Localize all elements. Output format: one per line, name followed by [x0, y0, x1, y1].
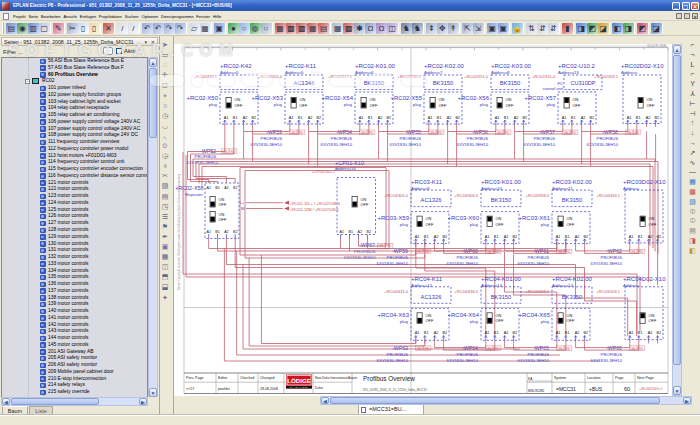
svg-text:B1: B1	[424, 235, 429, 239]
svg-text:Prev. Page: Prev. Page	[186, 376, 204, 380]
svg-text:A2: A2	[504, 331, 509, 335]
svg-text:A2: A2	[648, 331, 653, 335]
svg-text:6XV1830-3EH10: 6XV1830-3EH10	[447, 261, 479, 266]
svg-text:B2: B2	[251, 116, 256, 120]
svg-text:ON: ON	[426, 216, 432, 221]
svg-text:A1: A1	[206, 230, 210, 234]
svg-text:+RC02-K42: +RC02-K42	[220, 63, 252, 69]
svg-text:PROFIBUS: PROFIBUS	[457, 352, 479, 357]
svg-text:plug: plug	[547, 102, 556, 107]
svg-text:PROFIBUS: PROFIBUS	[457, 255, 479, 260]
svg-text:B2: B2	[442, 331, 447, 335]
svg-text:+RC04-X65: +RC04-X65	[518, 312, 550, 318]
svg-text:RD: RD	[369, 131, 374, 135]
svg-text:BK3150: BK3150	[491, 294, 512, 300]
svg-text:plug: plug	[274, 102, 283, 107]
svg-text:ON: ON	[496, 313, 502, 318]
svg-text:plug: plug	[541, 319, 550, 324]
svg-text:AC1326: AC1326	[421, 197, 442, 203]
svg-text:+RC02-U10.2: +RC02-U10.2	[558, 63, 596, 69]
svg-text:plug: plug	[541, 222, 550, 227]
svg-text:A1: A1	[562, 116, 567, 120]
svg-text:A2: A2	[581, 116, 586, 120]
svg-text:Location: Location	[587, 376, 601, 380]
svg-text:RD: RD	[299, 131, 304, 135]
svg-text:6XV1830-3EH10: 6XV1830-3EH10	[377, 358, 409, 363]
svg-text:+RC03/103.1: +RC03/103.1	[596, 289, 620, 294]
svg-text:+RC02-X55: +RC02-X55	[390, 95, 422, 101]
svg-text:RD: RD	[438, 131, 443, 135]
svg-text:ON: ON	[426, 313, 432, 318]
svg-text:6XV1830-3EH10: 6XV1830-3EH10	[457, 142, 489, 147]
svg-text:Address10: Address10	[481, 186, 503, 191]
svg-text:05.02 F1 SDB: 05.02 F1 SDB	[647, 44, 666, 48]
svg-text:BK3150: BK3150	[562, 197, 583, 203]
svg-text:Next Page: Next Page	[637, 376, 654, 380]
svg-text:A1: A1	[627, 116, 632, 120]
svg-text:OFF: OFF	[506, 103, 514, 108]
svg-text:PROFIBUS: PROFIBUS	[601, 255, 623, 260]
svg-text:PROFIBUS: PROFIBUS	[601, 352, 623, 357]
svg-text:B1: B1	[368, 116, 373, 120]
svg-text:B2: B2	[233, 230, 237, 234]
svg-text:+RC02-K02.00: +RC02-K02.00	[424, 63, 465, 69]
svg-text:B1: B1	[565, 235, 570, 239]
svg-text:PROFIBUS: PROFIBUS	[467, 136, 489, 141]
svg-text:A1: A1	[206, 186, 210, 190]
svg-text:6XV1830-3EH10: 6XV1830-3EH10	[390, 142, 422, 147]
svg-text:+RC04-X64: +RC04-X64	[447, 312, 479, 318]
svg-text:6XV1830-3EH10: 6XV1830-3EH10	[591, 261, 623, 266]
svg-text:B2: B2	[316, 116, 321, 120]
svg-text:ON: ON	[573, 97, 579, 102]
svg-text:A2: A2	[575, 331, 580, 335]
svg-text:OFF: OFF	[496, 222, 504, 227]
svg-text:+RC02/111.4: +RC02/111.4	[532, 74, 556, 79]
svg-text:RD: RD	[425, 250, 430, 254]
svg-text:OFF: OFF	[219, 202, 227, 207]
svg-text:A1: A1	[428, 116, 433, 120]
svg-text:Address14: Address14	[552, 283, 574, 288]
svg-text:ON: ON	[370, 97, 376, 102]
svg-text:+RC03/358.0: +RC03/358.0	[525, 193, 549, 198]
svg-text:OFF: OFF	[567, 318, 575, 323]
svg-text:control unit: control unit	[543, 86, 564, 91]
svg-text:Checked: Checked	[240, 376, 254, 380]
svg-text:A2: A2	[648, 235, 653, 239]
svg-text:+RC02-X58: +RC02-X58	[175, 185, 203, 191]
svg-text:OFF: OFF	[235, 103, 243, 108]
svg-text:B1: B1	[636, 116, 641, 120]
svg-text:B1: B1	[348, 230, 352, 234]
svg-text:6XV1830-3EH10: 6XV1830-3EH10	[591, 358, 623, 363]
svg-text:B1: B1	[494, 235, 499, 239]
svg-text:OFF: OFF	[567, 222, 575, 227]
svg-text:60: 60	[624, 386, 630, 392]
svg-text:A2: A2	[378, 116, 383, 120]
svg-text:B1: B1	[298, 116, 303, 120]
svg-text:A1: A1	[485, 235, 490, 239]
svg-text:A1: A1	[556, 331, 561, 335]
svg-text:Changed: Changed	[260, 376, 275, 380]
svg-text:B2: B2	[583, 331, 588, 335]
svg-text:A2: A2	[575, 235, 580, 239]
svg-text:-WP52: -WP52	[200, 148, 216, 154]
svg-text:<<57: <<57	[186, 387, 194, 391]
svg-text:+RC02-X57: +RC02-X57	[524, 95, 556, 101]
svg-text:+RC02-X54: +RC02-X54	[321, 95, 353, 101]
svg-text:B1: B1	[638, 331, 643, 335]
svg-text:B1: B1	[437, 116, 442, 120]
svg-text:-WP59: -WP59	[392, 248, 408, 254]
svg-text:+RC03D02-X10: +RC03D02-X10	[623, 179, 666, 185]
svg-text:+RC04D02-X10: +RC04D02-X10	[623, 276, 666, 282]
svg-text:6XV1830-3EH10: 6XV1830-3EH10	[251, 142, 283, 147]
svg-text:B2: B2	[366, 230, 370, 234]
svg-text:RD: RD	[425, 347, 430, 351]
svg-text:BK3150: BK3150	[491, 197, 512, 203]
svg-text:MSL/81382: MSL/81382	[528, 389, 545, 393]
svg-text:A2: A2	[434, 235, 439, 239]
svg-text:OFF: OFF	[439, 103, 447, 108]
svg-text:+CP01/502.1: +CP01/502.1	[312, 169, 336, 174]
svg-text:Address12: Address12	[411, 283, 433, 288]
svg-text:A1: A1	[415, 235, 420, 239]
svg-text:A1: A1	[415, 331, 420, 335]
svg-text:+RC02-X50: +RC02-X50	[186, 95, 218, 101]
